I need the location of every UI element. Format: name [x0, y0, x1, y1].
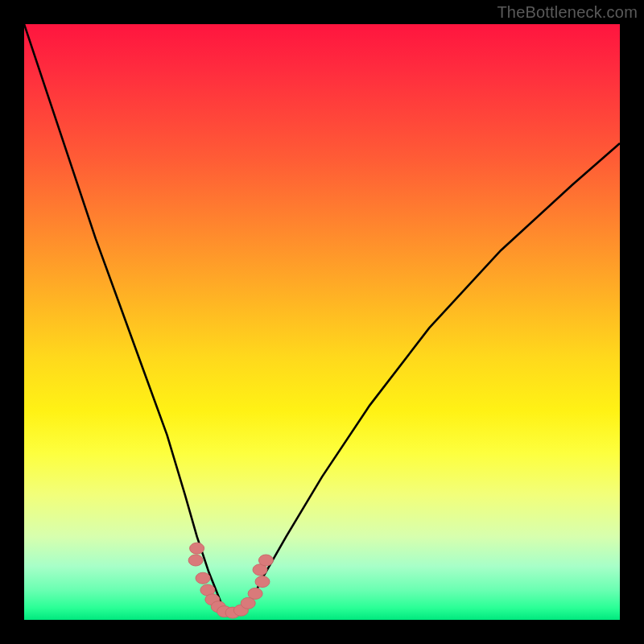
bottleneck-curve: [24, 24, 620, 620]
curve-marker: [255, 576, 270, 588]
curve-marker: [190, 543, 204, 554]
marker-group: [188, 543, 273, 618]
curve-marker: [258, 555, 273, 566]
curve-marker: [248, 588, 262, 599]
watermark-text: TheBottleneck.com: [497, 3, 638, 22]
curve-marker: [188, 555, 203, 566]
chart-frame: TheBottleneck.com: [0, 0, 644, 644]
plot-area: [24, 24, 620, 620]
curve-marker: [196, 572, 210, 584]
curve-path: [24, 24, 620, 614]
